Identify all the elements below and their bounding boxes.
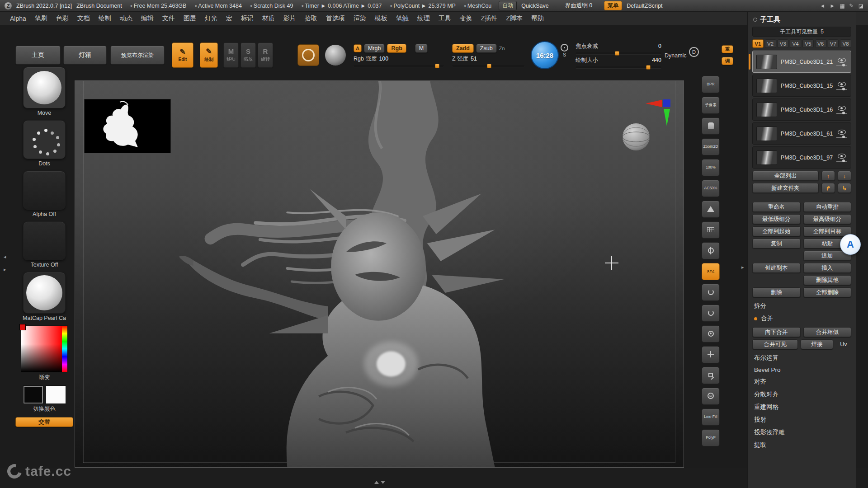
- collapse-down-icon[interactable]: [381, 481, 385, 484]
- duplicate-button[interactable]: 创建副本: [752, 263, 801, 273]
- document-canvas[interactable]: [75, 80, 684, 468]
- adjust-chip[interactable]: 调: [722, 57, 733, 65]
- menu-item[interactable]: Z插件: [481, 14, 498, 23]
- transform-mode-button[interactable]: S 缩放: [241, 42, 256, 68]
- menu-item[interactable]: 工具: [439, 14, 451, 23]
- lowest-subdiv-button[interactable]: 最低级细分: [752, 214, 801, 224]
- version-tab[interactable]: V8: [840, 39, 851, 48]
- version-tab[interactable]: V2: [765, 39, 776, 48]
- menu-item[interactable]: 拾取: [305, 14, 317, 23]
- mrgb-button[interactable]: Mrgb: [364, 44, 385, 53]
- scatter-align-section[interactable]: 分散对齐: [748, 388, 856, 401]
- menu-item[interactable]: 影片: [283, 14, 296, 23]
- auto-reorder-button[interactable]: 自动重排: [803, 202, 852, 212]
- stroke-thumbnail[interactable]: [23, 120, 66, 159]
- subpixel-button[interactable]: 子像素: [702, 97, 720, 114]
- rotate-left-button[interactable]: [702, 284, 720, 301]
- PM3D_Cube3D1_61[interactable]: PM3D_Cube3D1_61: [752, 122, 851, 145]
- texture-thumbnail[interactable]: [23, 221, 66, 260]
- menu-item[interactable]: 色彩: [56, 14, 69, 23]
- bevel-pro-section[interactable]: Bevel Pro: [748, 364, 856, 375]
- alpha-sphere-button[interactable]: [325, 44, 346, 66]
- polyframe-button[interactable]: PolyF: [702, 429, 720, 446]
- project-section[interactable]: 投射: [748, 413, 856, 426]
- menu-item[interactable]: 笔触: [396, 14, 409, 23]
- current-material[interactable]: MatCap Pearl Ca: [23, 272, 66, 321]
- draw-button[interactable]: ✎ 绘制: [200, 42, 218, 68]
- visible-count-slider[interactable]: 子工具可见数量 5: [752, 27, 851, 37]
- tray-expand-left-icon[interactable]: ▸: [4, 267, 6, 272]
- menu-item[interactable]: 标记: [241, 14, 254, 23]
- menu-item[interactable]: 文档: [77, 14, 90, 23]
- floor-grid-button[interactable]: [702, 221, 720, 239]
- scale-view-button[interactable]: [702, 367, 720, 384]
- assistant-badge[interactable]: A: [840, 234, 861, 255]
- menu-item[interactable]: 渲染: [354, 14, 366, 23]
- local-symmetry-button[interactable]: [702, 242, 720, 259]
- ui-opacity-slider[interactable]: 界面透明 0: [565, 2, 592, 9]
- menu-item[interactable]: 变换: [460, 14, 472, 23]
- subtool-mini-slider[interactable]: [836, 161, 847, 162]
- merge-similar-button[interactable]: 合并相似: [803, 327, 852, 337]
- version-tab[interactable]: V5: [802, 39, 814, 48]
- delete-other-button[interactable]: 删除其他: [803, 275, 852, 285]
- version-tab[interactable]: V4: [790, 39, 801, 48]
- focal-shift-slider[interactable]: [576, 52, 661, 54]
- redo-chip[interactable]: 重: [722, 45, 733, 53]
- menu-item[interactable]: 帮助: [531, 14, 544, 23]
- list-all-button[interactable]: 全部列出: [752, 171, 819, 181]
- local-pivot-button[interactable]: [702, 325, 720, 343]
- PM3D_Cube3D1_21[interactable]: PM3D_Cube3D1_21: [752, 51, 851, 73]
- zadd-button[interactable]: Zadd: [452, 44, 474, 53]
- folder-up-button[interactable]: ↱: [821, 183, 835, 193]
- secondary-color-swatch[interactable]: [46, 385, 66, 404]
- line-fill-button[interactable]: Line Fill: [702, 408, 720, 426]
- delete-all-button[interactable]: 全部删除: [803, 287, 852, 297]
- remesh-section[interactable]: 重建网格: [748, 401, 856, 413]
- merge-down-button[interactable]: 向下合并: [752, 327, 801, 337]
- rename-button[interactable]: 重命名: [752, 202, 801, 212]
- subtool-mini-slider[interactable]: [836, 89, 847, 90]
- tray-collapse-left-icon[interactable]: ◂: [4, 254, 6, 260]
- visibility-eye-icon[interactable]: [838, 106, 846, 111]
- xyz-symmetry-button[interactable]: XYZ: [702, 263, 720, 280]
- zscript-name[interactable]: DefaultZScript: [627, 3, 662, 9]
- boolean-section[interactable]: 布尔运算: [748, 352, 856, 364]
- window-icon[interactable]: ►: [830, 3, 835, 9]
- current-stroke[interactable]: Dots: [23, 120, 66, 167]
- z-intensity-slider[interactable]: [452, 65, 524, 67]
- transform-mode-button[interactable]: M 移动: [223, 42, 239, 68]
- menu-item[interactable]: 笔刷: [35, 14, 47, 23]
- menu-item[interactable]: 首选项: [326, 14, 345, 23]
- alternate-button[interactable]: 交替: [15, 417, 73, 427]
- window-icon[interactable]: ✎: [849, 3, 854, 9]
- m-button[interactable]: M: [415, 44, 428, 53]
- new-folder-button[interactable]: 新建文件夹: [752, 183, 819, 193]
- current-brush[interactable]: Move: [23, 67, 66, 116]
- current-texture[interactable]: Texture Off: [23, 221, 66, 268]
- menu-item[interactable]: 灯光: [205, 14, 217, 23]
- edit-button[interactable]: ✎ Edit: [172, 42, 193, 68]
- PM3D_Cube3D1_15[interactable]: PM3D_Cube3D1_15: [752, 75, 851, 97]
- PM3D_Cube3D1_16[interactable]: PM3D_Cube3D1_16: [752, 99, 851, 121]
- transform-mode-button[interactable]: R 旋转: [258, 42, 273, 68]
- PM3D_Cube3D1_97[interactable]: PM3D_Cube3D1_97: [752, 146, 851, 169]
- preview-boolean-button[interactable]: 预览布尔渲染: [110, 46, 165, 65]
- color-picker[interactable]: 渐变: [21, 325, 68, 381]
- extract-section[interactable]: 提取: [748, 439, 856, 451]
- menu-button[interactable]: 菜单: [604, 1, 622, 10]
- split-section[interactable]: 拆分: [748, 300, 856, 312]
- tray-collapse-right-icon[interactable]: ▸: [741, 264, 744, 270]
- window-icon[interactable]: ◪: [859, 3, 863, 9]
- menu-item[interactable]: 宏: [226, 14, 232, 23]
- anchor-chip[interactable]: A: [354, 44, 362, 52]
- aa-half-button[interactable]: AC50%: [702, 180, 720, 197]
- zsub-button[interactable]: Zsub: [476, 44, 497, 53]
- auto-toggle[interactable]: 自动: [499, 1, 517, 10]
- menu-item[interactable]: 纹理: [417, 14, 430, 23]
- window-icon[interactable]: ▦: [840, 3, 844, 9]
- subtool-mini-slider[interactable]: [836, 137, 847, 138]
- stroke-type-button[interactable]: [297, 44, 319, 66]
- perspective-button[interactable]: [702, 201, 720, 218]
- menu-item[interactable]: Z脚本: [506, 14, 523, 23]
